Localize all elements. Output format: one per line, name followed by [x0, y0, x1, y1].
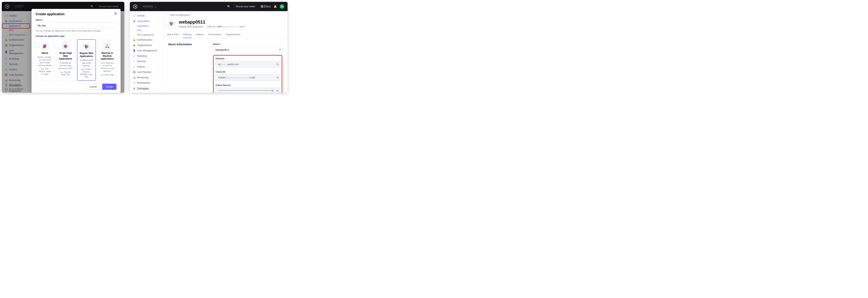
name-label: Name *: [36, 19, 117, 21]
client-id-label: Client ID: [216, 70, 280, 73]
spa-icon: [62, 42, 69, 50]
tab-quick-start[interactable]: Quick Start: [167, 31, 179, 38]
search-icon[interactable]: 🔍: [227, 5, 230, 8]
divider: [140, 4, 140, 9]
card-title: Regular Web Applications: [79, 52, 94, 58]
tab-connections[interactable]: Connections: [208, 31, 221, 38]
card-desc: A JavaScript front-end app that uses an …: [58, 62, 73, 70]
eye-icon[interactable]: 👁: [271, 89, 274, 92]
app-type-cards: NativeMobile, desktop, CLI and smart dev…: [36, 39, 117, 81]
right-pane-app-settings: ★ ⌄ 🔍 Discuss your needs 🖽Docs 🔔 AI 📈Act…: [130, 2, 287, 93]
card-title: Machine to Machine Applications: [100, 52, 115, 61]
sidebar-item-auth-pipeline[interactable]: 🔀Auth Pipeline›: [130, 69, 163, 75]
support-icon: ❓: [133, 88, 135, 90]
choose-type-label: Choose an application type: [36, 35, 117, 37]
activity-icon: 📈: [133, 14, 135, 17]
client-id-field: XWMHumfZ: [216, 74, 280, 81]
close-button[interactable]: ✕: [114, 11, 118, 15]
app-logo-icon: [167, 19, 176, 28]
client-id-summary: Client ID XWMHumfZ: [207, 25, 245, 28]
sidebar-subitem-sso[interactable]: SSO Integrations: [130, 33, 163, 37]
tab-organizations[interactable]: Organizations: [225, 31, 241, 38]
sidebar-subitem-applications[interactable]: Applications: [130, 24, 163, 28]
tenant-selector[interactable]: ⌄: [143, 5, 157, 8]
card-desc: CLIs, daemons or services running on you…: [100, 62, 115, 72]
sidebar-item-activity[interactable]: 📈Activity: [130, 13, 163, 19]
sidebar-item-organizations[interactable]: 🏢Organizations: [130, 42, 163, 48]
card-eg: e.g.: Angular, React, Vue: [58, 71, 73, 76]
name-input[interactable]: [213, 46, 282, 53]
regular-icon: [83, 43, 90, 51]
sidebar-item-applications[interactable]: ▦Applications⌄: [130, 19, 163, 24]
card-title: Native: [37, 52, 53, 55]
credentials-highlight: Domain ain.auth0.com ⧉ Client ID XWMHumf…: [213, 55, 282, 93]
sidebar-item-security[interactable]: 🛡Security›: [130, 59, 163, 64]
create-button[interactable]: Create: [102, 84, 117, 90]
chevron-right-icon: ›: [159, 49, 160, 52]
avatar[interactable]: AI: [280, 4, 284, 9]
discuss-button[interactable]: Discuss your needs: [234, 4, 258, 9]
sidebar-item-support[interactable]: ❓Get support: [130, 87, 163, 91]
arrow-left-icon: ←: [167, 14, 169, 16]
chevron-down-icon: ⌄: [159, 20, 160, 22]
copy-icon[interactable]: ⧉: [277, 76, 278, 79]
svg-point-15: [170, 23, 172, 26]
app-type: Regular Web Application: [179, 25, 203, 28]
copy-icon[interactable]: ⧉: [277, 89, 278, 92]
tab-settings[interactable]: Settings: [183, 31, 192, 38]
left-pane-create-app: ★ 🔍 Discuss your needs 📈Activity ▦Applic…: [2, 2, 124, 93]
auth-icon: 🔒: [133, 39, 135, 41]
m2m-icon: [103, 42, 111, 50]
docs-link[interactable]: 🖽Docs: [261, 5, 271, 8]
chevron-right-icon: ›: [159, 71, 160, 73]
app-type-card-native[interactable]: NativeMobile, desktop, CLI and smart dev…: [36, 39, 54, 81]
app-tabs: Quick Start Settings Addons Connections …: [163, 31, 287, 38]
sidebar-right: 📈Activity ▦Applications⌄ Applications AP…: [130, 11, 163, 93]
client-secret-field: [216, 88, 280, 93]
domain-field: ain.auth0.com: [216, 61, 280, 67]
chevron-right-icon: ›: [159, 66, 160, 68]
copy-icon[interactable]: ⧉: [277, 63, 278, 66]
native-icon: [41, 42, 49, 50]
auth0-logo-icon: ★: [133, 4, 137, 8]
card-eg: e.g.: Shell script: [100, 74, 115, 76]
users-icon: 👤: [133, 49, 135, 52]
card-eg: e.g.: iOS, Electron, Apple TV apps: [37, 68, 53, 75]
app-type-card-spa[interactable]: Single Page Web ApplicationsA JavaScript…: [56, 39, 75, 81]
monitoring-icon: 📊: [133, 76, 135, 79]
chevron-right-icon: ›: [159, 60, 160, 62]
cancel-button[interactable]: Cancel: [86, 84, 100, 90]
actions-icon: ⇆: [133, 65, 135, 68]
chevron-right-icon: ›: [159, 76, 160, 78]
card-eg: e.g.: Node.js Express, ASP.NET, Java, PH…: [79, 68, 94, 78]
sidebar-item-marketplace[interactable]: 🛍Marketplace: [130, 80, 163, 86]
card-desc: Traditional web app using redirects.: [79, 59, 94, 67]
app-type-card-regular[interactable]: Regular Web ApplicationsTraditional web …: [77, 39, 96, 81]
sidebar-item-monitoring[interactable]: 📊Monitoring›: [130, 75, 163, 80]
bell-icon[interactable]: 🔔: [274, 5, 277, 8]
app-title: webapp0511: [179, 20, 245, 25]
copy-icon[interactable]: ⧉: [279, 48, 281, 51]
tab-addons[interactable]: Addons: [196, 31, 204, 38]
modal-title: Create application: [36, 12, 117, 16]
card-title: Single Page Web Applications: [58, 52, 73, 61]
topbar-right: ★ ⌄ 🔍 Discuss your needs 🖽Docs 🔔 AI: [130, 2, 287, 11]
chevron-right-icon: ›: [159, 55, 160, 57]
breadcrumb[interactable]: ←Back to Applications: [163, 11, 287, 18]
sidebar-subitem-apis[interactable]: APIs: [130, 28, 163, 33]
sidebar-item-actions[interactable]: ⇆Actions›: [130, 64, 163, 69]
sidebar-item-authentication[interactable]: 🔒Authentication›: [130, 37, 163, 42]
docs-icon: 🖽: [261, 5, 263, 8]
name-input[interactable]: [36, 23, 117, 29]
shield-icon: 🛡: [133, 60, 135, 63]
svg-rect-1: [43, 45, 45, 48]
create-application-modal: ✕ Create application Name * You can chan…: [32, 9, 121, 93]
app-type-card-m2m[interactable]: Machine to Machine ApplicationsCLIs, dae…: [98, 39, 117, 81]
gear-icon: ⚙: [133, 92, 135, 93]
branding-icon: 🖌: [133, 55, 135, 57]
name-label: Name *: [213, 43, 282, 45]
sidebar-item-branding[interactable]: 🖌Branding›: [130, 53, 163, 59]
sidebar-item-user-management[interactable]: 👤User Management›: [130, 48, 163, 53]
svg-point-6: [85, 46, 88, 48]
domain-label: Domain: [216, 57, 280, 60]
